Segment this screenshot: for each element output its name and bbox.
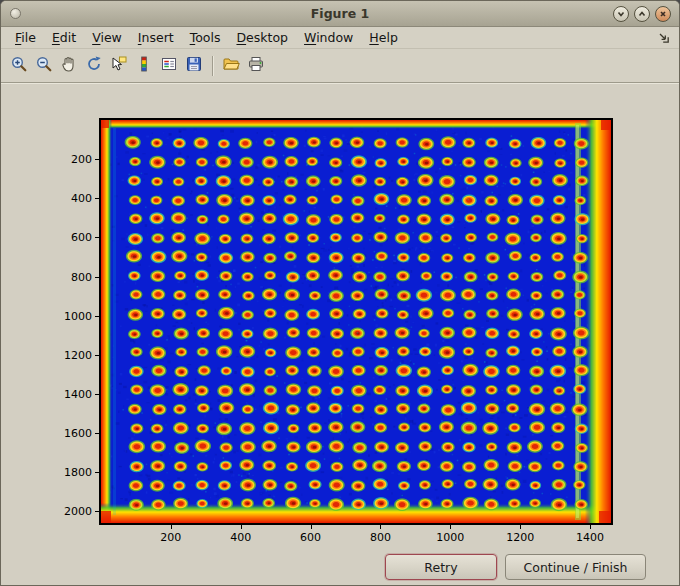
- toolbar: [1, 49, 679, 83]
- x-tick-label: 600: [300, 531, 321, 544]
- y-tick-label: 200: [71, 153, 92, 166]
- retry-button[interactable]: Retry: [385, 554, 497, 580]
- x-tick-mark: [450, 525, 451, 529]
- menu-item-insert[interactable]: Insert: [130, 27, 182, 49]
- x-tick-label: 200: [160, 531, 181, 544]
- insert-colorbar-button[interactable]: [132, 54, 156, 78]
- menu-item-help[interactable]: Help: [361, 27, 406, 49]
- insert-legend-button[interactable]: [157, 54, 181, 78]
- rotate-3d-button[interactable]: [82, 54, 106, 78]
- pan-icon: [60, 55, 78, 77]
- x-tick-mark: [520, 525, 521, 529]
- y-tick-label: 1200: [64, 348, 92, 361]
- y-tick-mark: [95, 316, 99, 317]
- zoom-in-icon: [10, 55, 28, 77]
- y-tick-label: 400: [71, 192, 92, 205]
- chevron-down-icon: [616, 9, 626, 19]
- y-tick-label: 1000: [64, 309, 92, 322]
- menu-item-view[interactable]: View: [84, 27, 130, 49]
- data-cursor-icon: [110, 55, 128, 77]
- menu-item-desktop[interactable]: Desktop: [228, 27, 296, 49]
- window-title: Figure 1: [1, 6, 679, 21]
- y-tick-label: 800: [71, 270, 92, 283]
- x-tick-label: 400: [230, 531, 251, 544]
- y-tick-mark: [95, 237, 99, 238]
- y-tick-label: 1400: [64, 387, 92, 400]
- insert-colorbar-icon: [135, 55, 153, 77]
- save-icon: [185, 55, 203, 77]
- x-tick-label: 1200: [506, 531, 534, 544]
- close-icon: [658, 9, 668, 19]
- menu-item-file[interactable]: File: [7, 27, 44, 49]
- x-tick-mark: [241, 525, 242, 529]
- zoom-in-button[interactable]: [7, 54, 31, 78]
- y-tick-label: 600: [71, 231, 92, 244]
- menu-item-tools[interactable]: Tools: [182, 27, 229, 49]
- y-tick-label: 1600: [64, 427, 92, 440]
- y-tick-mark: [95, 394, 99, 395]
- y-tick-label: 1800: [64, 466, 92, 479]
- rotate-3d-icon: [85, 55, 103, 77]
- y-tick-mark: [95, 159, 99, 160]
- minimize-button[interactable]: [613, 6, 629, 22]
- chevron-up-icon: [637, 9, 647, 19]
- y-tick-mark: [95, 277, 99, 278]
- open-folder-icon: [222, 55, 240, 77]
- y-tick-mark: [95, 433, 99, 434]
- open-folder-button[interactable]: [219, 54, 243, 78]
- maximize-button[interactable]: [634, 6, 650, 22]
- y-tick-mark: [95, 511, 99, 512]
- window-menu-icon[interactable]: [10, 8, 21, 19]
- window-controls: [613, 6, 671, 22]
- x-tick-mark: [380, 525, 381, 529]
- y-tick-mark: [95, 355, 99, 356]
- y-tick-label: 2000: [64, 505, 92, 518]
- menu-item-window[interactable]: Window: [296, 27, 361, 49]
- titlebar[interactable]: Figure 1: [1, 1, 679, 27]
- close-button[interactable]: [655, 6, 671, 22]
- plate-image: [101, 120, 611, 523]
- x-tick-label: 1400: [576, 531, 604, 544]
- figure-content: 2004006008001000120014002004006008001000…: [1, 84, 679, 585]
- plot-axes: 2004006008001000120014002004006008001000…: [99, 118, 613, 525]
- y-tick-mark: [95, 472, 99, 473]
- figure-window: Figure 1 FileEditViewInsertToolsDesktopW…: [0, 0, 680, 586]
- menubar: FileEditViewInsertToolsDesktopWindowHelp: [1, 27, 679, 49]
- x-tick-label: 1000: [436, 531, 464, 544]
- pan-button[interactable]: [57, 54, 81, 78]
- data-cursor-button[interactable]: [107, 54, 131, 78]
- dock-figure-icon[interactable]: [657, 31, 671, 45]
- save-button[interactable]: [182, 54, 206, 78]
- print-icon: [247, 55, 265, 77]
- x-tick-mark: [171, 525, 172, 529]
- x-tick-mark: [590, 525, 591, 529]
- x-tick-label: 800: [370, 531, 391, 544]
- x-tick-mark: [311, 525, 312, 529]
- menu-item-edit[interactable]: Edit: [44, 27, 84, 49]
- continue-finish-button[interactable]: Continue / Finish: [505, 554, 646, 580]
- y-tick-mark: [95, 198, 99, 199]
- toolbar-separator: [212, 56, 214, 76]
- menu-items: FileEditViewInsertToolsDesktopWindowHelp: [7, 27, 406, 49]
- zoom-out-button[interactable]: [32, 54, 56, 78]
- insert-legend-icon: [160, 55, 178, 77]
- print-button[interactable]: [244, 54, 268, 78]
- zoom-out-icon: [35, 55, 53, 77]
